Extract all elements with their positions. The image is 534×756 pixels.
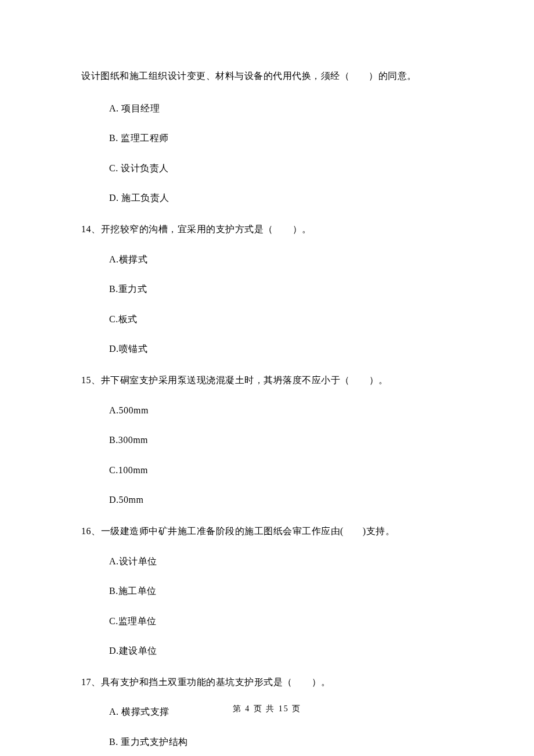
question-text: 14、开挖较窄的沟槽，宜采用的支护方式是（ ）。 [81,222,453,237]
question-text: 17、具有支护和挡土双重功能的基坑支护形式是（ ）。 [81,675,453,690]
option-b: B. 监理工程师 [109,131,453,146]
option-b: B.施工单位 [109,584,453,599]
option-c: C.监理单位 [109,614,453,629]
option-a: A. 项目经理 [109,101,453,116]
question-text: 15、井下硐室支护采用泵送现浇混凝土时，其坍落度不应小于（ ）。 [81,373,453,388]
option-c: C. 设计负责人 [109,161,453,176]
option-c: C.板式 [109,312,453,327]
option-c: C.100mm [109,463,453,478]
question-13-options: A. 项目经理 B. 监理工程师 C. 设计负责人 D. 施工负责人 [81,101,453,206]
option-b: B.重力式 [109,282,453,297]
option-d: D.喷锚式 [109,341,453,357]
option-a: A.设计单位 [109,554,453,569]
option-d: D.建设单位 [109,643,453,658]
option-a: A.500mm [109,403,453,418]
question-continuation: 设计图纸和施工组织设计变更、材料与设备的代用代换，须经（ ）的同意。 [81,69,453,84]
question-14: 14、开挖较窄的沟槽，宜采用的支护方式是（ ）。 A.横撑式 B.重力式 C.板… [81,222,453,357]
question-15: 15、井下硐室支护采用泵送现浇混凝土时，其坍落度不应小于（ ）。 A.500mm… [81,373,453,507]
option-b: B. 重力式支护结构 [109,735,453,750]
option-d: D.50mm [109,492,453,507]
document-page: 设计图纸和施工组织设计变更、材料与设备的代用代换，须经（ ）的同意。 A. 项目… [0,0,534,756]
question-16: 16、一级建造师中矿井施工准备阶段的施工图纸会审工作应由( )支持。 A.设计单… [81,524,453,658]
option-b: B.300mm [109,433,453,448]
question-text: 16、一级建造师中矿井施工准备阶段的施工图纸会审工作应由( )支持。 [81,524,453,539]
page-number: 第 4 页 共 15 页 [0,703,534,715]
option-d: D. 施工负责人 [109,190,453,206]
option-a: A.横撑式 [109,252,453,267]
